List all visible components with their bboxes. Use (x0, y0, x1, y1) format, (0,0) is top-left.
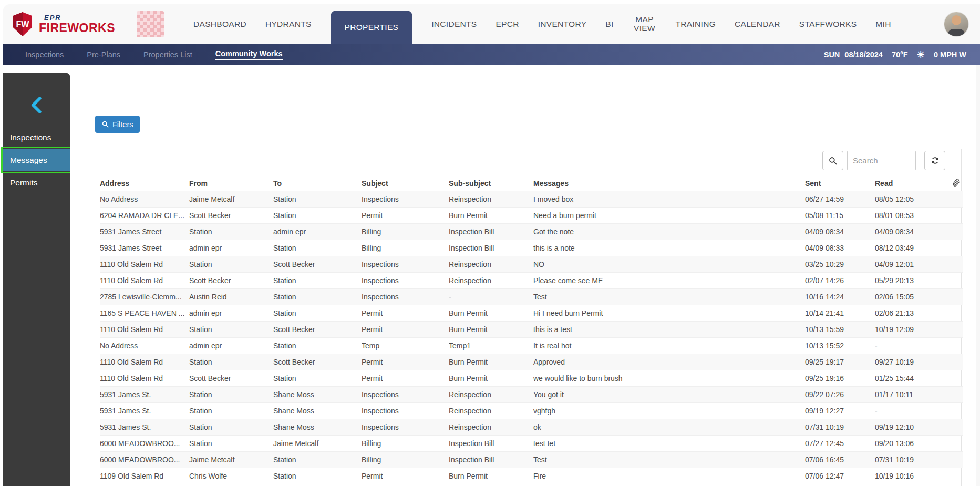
cell-sent: 07/06 16:45 (805, 451, 875, 468)
table-row[interactable]: 6000 MEADOWBROO... Jaime Metcalf Station… (100, 451, 963, 468)
sidebar-item-inspections[interactable]: Inspections (3, 126, 70, 149)
cell-message: this is a note (533, 240, 805, 256)
table-row[interactable]: 2785 Lewisville-Clemm... Austin Reid Sta… (100, 288, 963, 305)
cell-from: admin epr (189, 337, 273, 354)
cell-subject: Inspections (362, 191, 449, 207)
table-row[interactable]: 1110 Old Salem Rd Station Scott Becker P… (100, 321, 963, 337)
cell-message: Approved (533, 354, 805, 370)
cell-subject: Permit (362, 370, 449, 386)
cell-subsubject: Reinspection (449, 386, 533, 402)
subnav-item-community-works[interactable]: Community Works (215, 49, 283, 60)
tab-epcr[interactable]: EPCR (496, 19, 519, 29)
cell-to: Shane Moss (273, 386, 362, 402)
table-row[interactable]: No Address admin epr Station Temp Temp1 … (100, 337, 963, 354)
table-row[interactable]: 1110 Old Salem Rd Scott Becker Station P… (100, 370, 963, 386)
table-row[interactable]: 5931 James Street Station admin epr Bill… (100, 223, 963, 240)
cell-subject: Billing (362, 240, 449, 256)
tab-incidents[interactable]: INCIDENTS (431, 19, 477, 29)
logo-epr: EPR (39, 14, 115, 21)
column-header-sent[interactable]: Sent (805, 176, 875, 191)
sidebar-item-messages[interactable]: Messages (3, 149, 70, 171)
table-row[interactable]: 1165 S PEACE HAVEN ... admin epr Station… (100, 305, 963, 321)
cell-subsubject: - (449, 288, 533, 305)
cell-address: 1110 Old Salem Rd (100, 321, 189, 337)
cell-subsubject: Burn Permit (449, 354, 533, 370)
table-row[interactable]: 1109 Old Salem Rd Chris Wolfe Station Pe… (100, 468, 963, 484)
subnav-item-inspections[interactable]: Inspections (25, 50, 64, 59)
filters-button[interactable]: Filters (95, 116, 140, 133)
column-header-to[interactable]: To (273, 176, 362, 191)
cell-read: 10/19 12:09 (875, 321, 946, 337)
table-row[interactable]: 1110 Old Salem Rd Station Scott Becker P… (100, 354, 963, 370)
subnav-item-properties-list[interactable]: Properties List (143, 50, 192, 59)
table-row[interactable]: 5931 James St. Station Shane Moss Inspec… (100, 419, 963, 435)
column-header-read[interactable]: Read (875, 176, 946, 191)
subnav-item-pre-plans[interactable]: Pre-Plans (87, 50, 120, 59)
cell-message: You got it (533, 386, 805, 402)
cell-attachment (946, 419, 963, 435)
tab-training[interactable]: TRAINING (676, 19, 716, 29)
search-input[interactable] (847, 151, 916, 170)
cell-subsubject: Reinspection (449, 272, 533, 288)
tab-calendar[interactable]: CALENDAR (735, 19, 780, 29)
table-row[interactable]: 5931 James St. Station Shane Moss Inspec… (100, 402, 963, 419)
sidebar-item-permits[interactable]: Permits (3, 171, 70, 194)
cell-message: I moved box (533, 191, 805, 207)
column-header-from[interactable]: From (189, 176, 273, 191)
cell-read: 09/27 10:19 (875, 354, 946, 370)
cell-attachment (946, 207, 963, 223)
cell-sent: 10/13 15:59 (805, 321, 875, 337)
cell-sent: 07/06 12:47 (805, 468, 875, 484)
cell-read: 05/29 20:13 (875, 272, 946, 288)
table-row[interactable]: 6204 RAMADA DR CLE... Scott Becker Stati… (100, 207, 963, 223)
epr-fireworks-logo[interactable]: FW EPR FIREWORKS (12, 12, 130, 37)
cell-sent: 09/25 19:17 (805, 354, 875, 370)
vertical-scrollbar[interactable] (976, 65, 980, 486)
cell-sent: 10/14 21:41 (805, 305, 875, 321)
sun-icon: ☀ (917, 50, 925, 59)
table-row[interactable]: 6000 MEADOWBROO... Station Jaime Metcalf… (100, 435, 963, 451)
cell-sent: 07/27 12:45 (805, 435, 875, 451)
cell-from: Station (189, 419, 273, 435)
cell-from: Station (189, 402, 273, 419)
column-header-messages[interactable]: Messages (533, 176, 805, 191)
cell-sent: 09/19 12:27 (805, 402, 875, 419)
search-toggle-button[interactable] (822, 151, 843, 170)
tab-inventory[interactable]: INVENTORY (538, 19, 587, 29)
cell-subsubject: Reinspection (449, 191, 533, 207)
cell-read: 10/19 10:16 (875, 468, 946, 484)
cell-to: Shane Moss (273, 419, 362, 435)
column-header-attachment[interactable] (946, 176, 963, 191)
tab-map-view[interactable]: MAP VIEW (633, 15, 657, 33)
cell-message: test tet (533, 435, 805, 451)
cell-message: Need a burn permit (533, 207, 805, 223)
cell-read: 04/09 08:34 (875, 223, 946, 240)
cell-subject: Inspections (362, 272, 449, 288)
tab-staffworks[interactable]: STAFFWORKS (799, 19, 857, 29)
tab-mih[interactable]: MIH (875, 19, 891, 29)
search-icon (829, 157, 837, 165)
user-avatar[interactable] (944, 12, 968, 36)
tab-dashboard[interactable]: DASHBOARD (193, 19, 246, 29)
table-row[interactable]: 5931 James St. Station Shane Moss Inspec… (100, 386, 963, 402)
cell-subsubject: Reinspection (449, 402, 533, 419)
table-row[interactable]: No Address Jaime Metcalf Station Inspect… (100, 191, 963, 207)
tab-hydrants[interactable]: HYDRANTS (265, 19, 312, 29)
collapse-sidebar-icon[interactable] (28, 96, 46, 114)
cell-attachment (946, 321, 963, 337)
tab-bi[interactable]: BI (605, 19, 613, 29)
table-row[interactable]: 1110 Old Salem Rd Station Scott Becker I… (100, 256, 963, 272)
column-header-subsubject[interactable]: Sub-subject (449, 176, 533, 191)
filters-label: Filters (112, 120, 133, 129)
cell-subject: Inspections (362, 402, 449, 419)
table-row[interactable]: 1110 Old Salem Rd Scott Becker Station I… (100, 272, 963, 288)
column-header-address[interactable]: Address (100, 176, 189, 191)
cell-from: Austin Reid (189, 288, 273, 305)
cell-to: Station (273, 272, 362, 288)
cell-from: Station (189, 435, 273, 451)
refresh-button[interactable] (924, 151, 945, 170)
cell-message: Hi I need burn Permit (533, 305, 805, 321)
tab-properties[interactable]: PROPERTIES (331, 11, 413, 44)
table-row[interactable]: 5931 James Street admin epr Station Bill… (100, 240, 963, 256)
column-header-subject[interactable]: Subject (362, 176, 449, 191)
